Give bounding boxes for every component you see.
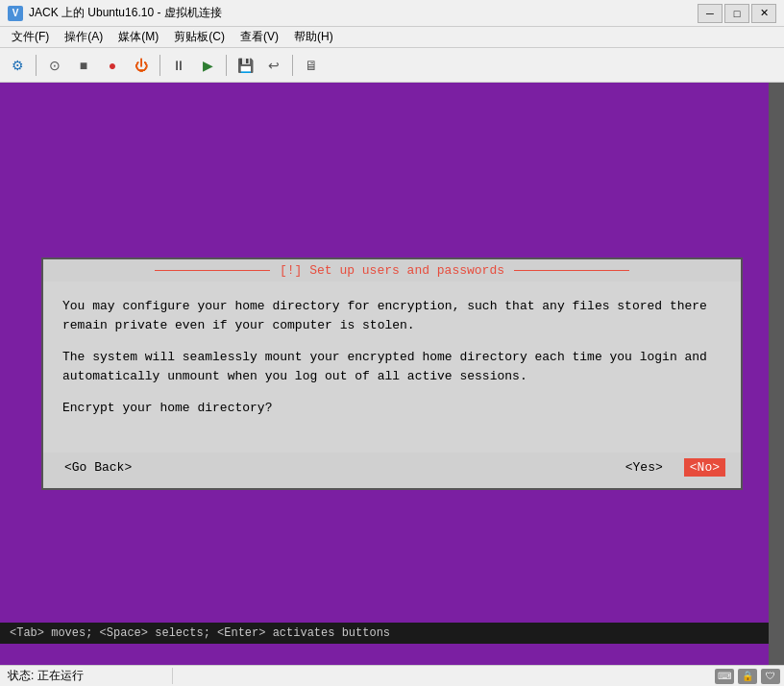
dialog: [!] Set up users and passwords You may c…	[41, 257, 743, 490]
menu-file[interactable]: 文件(F)	[4, 27, 57, 47]
dialog-titlebar: [!] Set up users and passwords	[43, 259, 741, 282]
toolbar-separator-4	[292, 55, 293, 76]
toolbar-separator-2	[159, 55, 160, 76]
toolbar-play-button[interactable]: ▶	[194, 52, 221, 79]
toolbar-remote-button[interactable]: 🖥	[298, 52, 325, 79]
dialog-paragraph1: You may configure your home directory fo…	[62, 297, 722, 334]
titlebar: V JACK 上的 Ubuntu16.10 - 虚拟机连接 ─ □ ✕	[0, 0, 784, 27]
menubar: 文件(F) 操作(A) 媒体(M) 剪贴板(C) 查看(V) 帮助(H)	[0, 27, 784, 48]
menu-clipboard[interactable]: 剪贴板(C)	[166, 27, 233, 47]
toolbar-separator-3	[226, 55, 227, 76]
menu-action[interactable]: 操作(A)	[57, 27, 110, 47]
scrollbar-right[interactable]	[769, 83, 784, 665]
toolbar-undo-button[interactable]: ↩	[260, 52, 287, 79]
titlebar-title: JACK 上的 Ubuntu16.10 - 虚拟机连接	[29, 5, 698, 21]
menu-view[interactable]: 查看(V)	[233, 27, 286, 47]
yes-button[interactable]: <Yes>	[620, 458, 669, 477]
toolbar-settings-button[interactable]: ⚙	[4, 52, 31, 79]
toolbar-separator-1	[36, 55, 37, 76]
toolbar: ⚙ ⊙ ■ ● ⏻ ⏸ ▶ 💾 ↩ 🖥	[0, 48, 784, 83]
maximize-button[interactable]: □	[724, 4, 749, 23]
status-text: 状态: 正在运行	[0, 668, 173, 684]
dialog-question: Encrypt your home directory?	[62, 399, 722, 418]
go-back-button[interactable]: <Go Back>	[59, 458, 137, 477]
dialog-title: [!] Set up users and passwords	[270, 263, 514, 278]
title-line-left	[155, 270, 270, 271]
minimize-button[interactable]: ─	[698, 4, 723, 23]
shield-icon: 🛡	[761, 669, 780, 684]
status-label: 状态:	[8, 669, 34, 682]
title-line-right	[514, 270, 629, 271]
statusbar: 状态: 正在运行 ⌨ 🔒 🛡	[0, 665, 784, 686]
titlebar-icon: V	[8, 6, 23, 21]
dialog-right-buttons: <Yes> <No>	[620, 458, 725, 477]
toolbar-save-button[interactable]: 💾	[232, 52, 258, 79]
no-button[interactable]: <No>	[684, 458, 725, 477]
dialog-content: You may configure your home directory fo…	[43, 282, 741, 453]
bottom-hint: <Tab> moves; <Space> selects; <Enter> ac…	[0, 623, 769, 644]
toolbar-stopcircle-button[interactable]: ⊙	[41, 52, 68, 79]
titlebar-icon-label: V	[12, 8, 19, 18]
status-value: 正在运行	[37, 669, 84, 682]
keyboard-icon: ⌨	[715, 669, 734, 684]
toolbar-pause-button[interactable]: ⏸	[165, 52, 192, 79]
toolbar-stop-button[interactable]: ■	[70, 52, 97, 79]
toolbar-record-button[interactable]: ●	[99, 52, 126, 79]
status-right-icons: ⌨ 🔒 🛡	[173, 669, 784, 684]
dialog-footer: <Go Back> <Yes> <No>	[43, 453, 741, 488]
close-button[interactable]: ✕	[751, 4, 776, 23]
menu-help[interactable]: 帮助(H)	[286, 27, 341, 47]
toolbar-power-button[interactable]: ⏻	[128, 52, 155, 79]
dialog-paragraph2: The system will seamlessly mount your en…	[62, 348, 722, 385]
menu-media[interactable]: 媒体(M)	[110, 27, 166, 47]
lock-icon: 🔒	[738, 669, 757, 684]
titlebar-controls: ─ □ ✕	[698, 4, 776, 23]
vm-area[interactable]: [!] Set up users and passwords You may c…	[0, 83, 784, 665]
